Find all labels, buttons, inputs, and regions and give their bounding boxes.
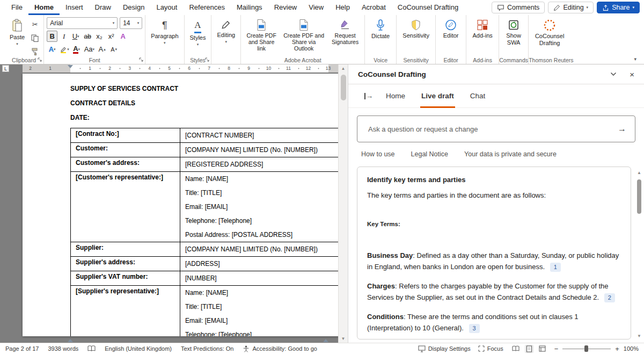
strikethrough-button[interactable]: ab bbox=[82, 31, 93, 42]
copy-button[interactable] bbox=[29, 32, 41, 44]
table-label-cell[interactable]: Supplier's VAT number: bbox=[71, 271, 180, 286]
cut-button[interactable]: ✂ bbox=[29, 19, 41, 30]
menu-tab[interactable]: Review bbox=[268, 0, 303, 15]
doc-heading[interactable]: SUPPLY OF SERVICES CONTRACT bbox=[70, 84, 348, 93]
zoom-slider[interactable] bbox=[562, 345, 611, 352]
zoom-slider-thumb[interactable] bbox=[584, 345, 588, 352]
zoom-in-button[interactable]: + bbox=[615, 345, 619, 353]
print-layout-button[interactable] bbox=[525, 345, 533, 353]
panel-tab[interactable]: Home bbox=[385, 84, 406, 108]
superscript-button[interactable]: x² bbox=[106, 31, 116, 42]
table-value-cell[interactable]: [COMPANY NAME] LIMITED (No. [NUMBER]) bbox=[180, 242, 348, 257]
read-mode-button[interactable] bbox=[511, 345, 521, 352]
paste-button[interactable]: Paste ▾ bbox=[7, 17, 27, 48]
font-dialog-launcher[interactable] bbox=[139, 57, 144, 62]
menu-tab[interactable]: Acrobat bbox=[356, 0, 392, 15]
menu-tab[interactable]: Insert bbox=[60, 0, 89, 15]
scroll-up-icon[interactable]: ▲ bbox=[637, 170, 641, 176]
editor-button[interactable]: Editor bbox=[438, 17, 463, 41]
subscript-button[interactable]: x₂ bbox=[94, 31, 105, 42]
table-label-cell[interactable]: Customer: bbox=[71, 143, 180, 157]
chevron-down-icon[interactable] bbox=[610, 72, 617, 76]
panel-link[interactable]: Your data is private and secure bbox=[464, 150, 557, 158]
table-label-cell[interactable]: Supplier: bbox=[71, 242, 180, 257]
text-effects-button[interactable]: A▾ bbox=[47, 44, 57, 55]
menu-tab[interactable]: Design bbox=[117, 0, 150, 15]
menu-tab[interactable]: Home bbox=[28, 0, 60, 15]
scroll-down-icon[interactable]: ▼ bbox=[637, 333, 641, 339]
editing-button-ribbon[interactable]: Editing ▾ bbox=[214, 17, 238, 46]
collapse-ribbon-icon[interactable]: ▾ bbox=[634, 56, 636, 62]
table-label-cell[interactable]: Supplier's address: bbox=[71, 257, 180, 271]
share-button[interactable]: Share ▾ bbox=[597, 2, 640, 13]
menu-tab[interactable]: Draw bbox=[89, 0, 117, 15]
focus-button[interactable]: Focus bbox=[478, 345, 503, 352]
underline-button[interactable]: U▾ bbox=[70, 31, 81, 42]
shrink-font-button[interactable]: A▾ bbox=[108, 44, 119, 55]
language-indicator[interactable]: English (United Kingdom) bbox=[105, 345, 172, 352]
doc-heading[interactable]: DATE: bbox=[70, 113, 348, 122]
submit-arrow-icon[interactable]: → bbox=[618, 125, 626, 133]
editing-button[interactable]: Editing ▾ bbox=[548, 2, 594, 13]
web-layout-button[interactable] bbox=[538, 345, 547, 352]
display-settings-button[interactable]: Display Settings bbox=[418, 345, 471, 352]
cocounsel-drafting-button[interactable]: CoCounsel Drafting bbox=[531, 17, 568, 48]
expand-panel-icon[interactable]: → bbox=[364, 92, 373, 99]
scroll-up-icon[interactable]: ▲ bbox=[339, 64, 348, 73]
change-case-button[interactable]: Aa▾ bbox=[83, 44, 96, 55]
citation-badge[interactable]: 3 bbox=[469, 324, 480, 333]
panel-tab[interactable]: Chat bbox=[469, 84, 487, 108]
zoom-level[interactable]: 100% bbox=[624, 345, 639, 352]
panel-scrollbar[interactable]: ▲ ▼ bbox=[635, 170, 643, 339]
menu-tab[interactable]: CoCounsel Drafting bbox=[392, 0, 464, 15]
ask-input[interactable] bbox=[368, 125, 618, 133]
paragraph-button[interactable]: ¶ Paragraph ▾ bbox=[148, 17, 181, 47]
document-page[interactable]: SUPPLY OF SERVICES CONTRACT CONTRACT DET… bbox=[23, 74, 348, 336]
create-pdf-share-link-button[interactable]: Create PDF and Share link bbox=[244, 17, 279, 53]
addins-button[interactable]: Add-ins bbox=[469, 17, 496, 41]
menu-tab[interactable]: References bbox=[183, 0, 230, 15]
right-indent-marker[interactable] bbox=[323, 339, 328, 342]
menu-tab[interactable]: View bbox=[303, 0, 330, 15]
comments-button[interactable]: Comments bbox=[492, 2, 545, 13]
menu-tab[interactable]: Mailings bbox=[231, 0, 268, 15]
table-value-cell[interactable]: [ADDRESS] bbox=[180, 257, 348, 271]
table-label-cell[interactable]: [Customer's representative:] bbox=[71, 172, 180, 242]
proofing-status[interactable] bbox=[87, 345, 96, 352]
create-pdf-share-outlook-button[interactable]: Create PDF and Share via Outlook bbox=[281, 17, 327, 53]
bold-button[interactable]: B bbox=[47, 31, 57, 42]
scrollbar-thumb[interactable] bbox=[341, 75, 346, 100]
tab-stop-selector[interactable]: L bbox=[2, 65, 9, 72]
menu-tab[interactable]: Layout bbox=[150, 0, 183, 15]
menu-tab[interactable]: Help bbox=[330, 0, 356, 15]
table-value-cell[interactable]: [CONTRACT NUMBER] bbox=[180, 128, 348, 143]
table-label-cell[interactable]: [Contract No:] bbox=[71, 128, 180, 143]
doc-heading[interactable]: CONTRACT DETAILS bbox=[70, 99, 348, 107]
font-color-button[interactable]: A▾ bbox=[71, 44, 82, 55]
citation-badge[interactable]: 1 bbox=[550, 263, 561, 272]
text-highlight-button[interactable]: ▾ bbox=[58, 44, 70, 55]
panel-tab[interactable]: Live draft bbox=[420, 84, 455, 108]
table-value-cell[interactable]: Name: [NAME]Title: [TITLE]Email: [EMAIL]… bbox=[180, 172, 348, 242]
word-count[interactable]: 3938 words bbox=[48, 345, 78, 352]
zoom-out-button[interactable]: − bbox=[554, 345, 559, 353]
table-value-cell[interactable]: [NUMBER] bbox=[180, 271, 348, 286]
dictate-button[interactable]: Dictate bbox=[368, 17, 393, 41]
grow-font-button[interactable]: A▴ bbox=[97, 44, 107, 55]
scrollbar-thumb[interactable] bbox=[637, 179, 641, 214]
panel-link[interactable]: How to use bbox=[361, 150, 395, 158]
request-signatures-button[interactable]: Request Signatures bbox=[328, 17, 362, 47]
styles-dialog-launcher[interactable] bbox=[205, 57, 210, 62]
styles-button[interactable]: A Styles ▾ bbox=[187, 17, 209, 48]
sensitivity-button[interactable]: Sensitivity bbox=[399, 17, 433, 41]
italic-button[interactable]: I bbox=[58, 31, 69, 42]
table-value-cell[interactable]: [COMPANY NAME] LIMITED (No. [NUMBER]) bbox=[180, 143, 348, 157]
first-line-indent-marker[interactable] bbox=[68, 65, 73, 68]
panel-link[interactable]: Legal Notice bbox=[411, 150, 449, 158]
font-name-select[interactable]: Arial▾ bbox=[47, 17, 118, 29]
clear-formatting-button[interactable]: A bbox=[118, 31, 128, 42]
menu-tab[interactable]: File bbox=[5, 0, 28, 15]
font-size-select[interactable]: 14▾ bbox=[120, 17, 142, 29]
table-value-cell[interactable]: [REGISTERED ADDRESS] bbox=[180, 157, 348, 172]
format-painter-button[interactable] bbox=[29, 46, 41, 57]
